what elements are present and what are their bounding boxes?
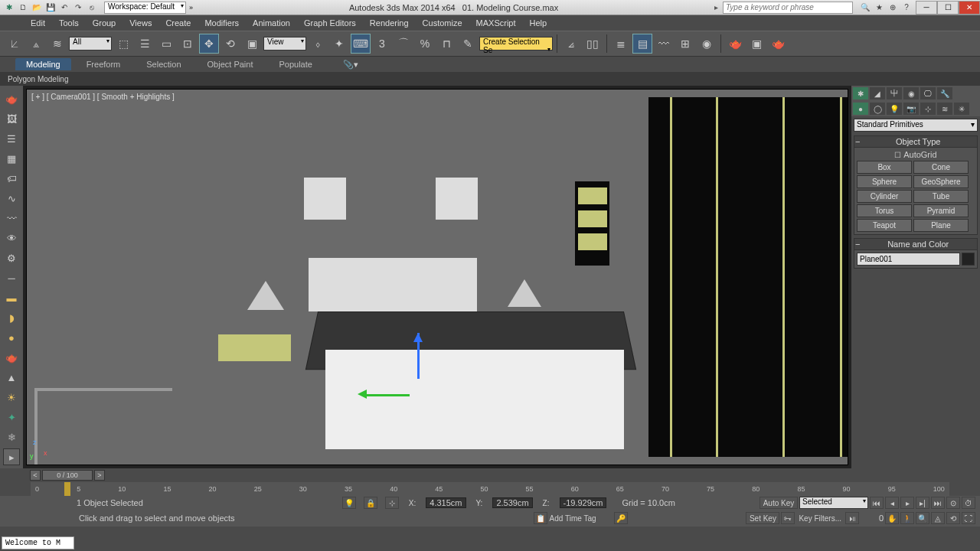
- create-tab-icon[interactable]: ✱: [853, 87, 868, 99]
- menu-maxscript[interactable]: MAXScript: [476, 18, 516, 28]
- next-frame-icon[interactable]: ▸|: [916, 497, 929, 509]
- tab-freeform[interactable]: Freeform: [76, 58, 132, 70]
- sun-tool-icon[interactable]: ☀: [3, 389, 20, 406]
- wave-tool-icon[interactable]: 〰: [3, 210, 20, 227]
- time-config-icon[interactable]: ⏱: [962, 497, 975, 509]
- help-search-input[interactable]: [723, 2, 853, 14]
- key-filters-button[interactable]: Key Filters...: [796, 514, 844, 523]
- autokey-button[interactable]: Auto Key: [760, 497, 798, 509]
- cone-tool-icon[interactable]: ▲: [3, 369, 20, 386]
- menu-grapheditors[interactable]: Graph Editors: [304, 18, 356, 28]
- zoom-icon[interactable]: 🔍: [916, 512, 929, 524]
- primitive-sphere-button[interactable]: Sphere: [857, 175, 912, 188]
- primitive-plane-button[interactable]: Plane: [913, 219, 969, 232]
- eye-tool-icon[interactable]: 👁: [3, 230, 20, 246]
- teapot-tool-icon[interactable]: 🫖: [3, 90, 20, 107]
- key-mode-icon[interactable]: ⊙: [946, 497, 960, 509]
- render-frame-icon[interactable]: ▣: [746, 34, 766, 54]
- layers-icon[interactable]: ≣: [611, 34, 631, 54]
- category-dropdown[interactable]: Standard Primitives: [854, 119, 978, 132]
- exchange-icon[interactable]: ⊕: [887, 2, 899, 14]
- rollout-header[interactable]: −Object Type: [854, 136, 977, 148]
- angle-snap-icon[interactable]: ⌒: [394, 34, 413, 54]
- manip-icon[interactable]: ✦: [329, 34, 349, 54]
- unlink-icon[interactable]: ⟁: [26, 34, 46, 54]
- shapes-icon[interactable]: ◯: [870, 103, 885, 115]
- lock-icon[interactable]: 🔒: [364, 497, 377, 509]
- display-tab-icon[interactable]: 🖵: [920, 87, 936, 99]
- spinner-snap-icon[interactable]: ⊓: [436, 34, 456, 54]
- gears-tool-icon[interactable]: ⚙: [3, 249, 20, 266]
- menu-create[interactable]: Create: [165, 18, 191, 28]
- primitive-pyramid-button[interactable]: Pyramid: [913, 204, 969, 217]
- coord-z-field[interactable]: -19.929cm: [560, 497, 607, 508]
- maximize-vp-icon[interactable]: ⛶: [962, 512, 975, 524]
- tab-selection[interactable]: Selection: [136, 58, 191, 70]
- teapot2-tool-icon[interactable]: 🫖: [3, 349, 20, 366]
- open-icon[interactable]: 📂: [31, 2, 43, 14]
- link-icon[interactable]: ⎋: [86, 2, 98, 14]
- sphere-tool-icon[interactable]: ●: [3, 329, 20, 346]
- material-editor-icon[interactable]: ◉: [697, 34, 717, 54]
- new-icon[interactable]: 🗋: [17, 2, 29, 14]
- menu-animation[interactable]: Animation: [253, 18, 290, 28]
- ref-coord-dropdown[interactable]: View: [263, 37, 306, 51]
- play-icon[interactable]: ▸: [900, 497, 914, 509]
- primitive-box-button[interactable]: Box: [857, 161, 912, 174]
- box-tool-icon[interactable]: ▬: [3, 289, 20, 306]
- menu-customize[interactable]: Customize: [423, 18, 462, 28]
- primitive-cylinder-button[interactable]: Cylinder: [857, 190, 912, 203]
- add-time-tag[interactable]: Add Time Tag: [547, 514, 599, 523]
- menu-modifiers[interactable]: Modifiers: [204, 18, 239, 28]
- primitive-geosphere-button[interactable]: GeoSphere: [913, 175, 969, 188]
- named-selection-dropdown[interactable]: Create Selection Se: [479, 37, 553, 51]
- list-tool-icon[interactable]: ☰: [3, 130, 20, 147]
- coord-x-field[interactable]: 4.315cm: [426, 497, 466, 508]
- grid-tool-icon[interactable]: ▦: [3, 150, 20, 167]
- curve-tool-icon[interactable]: ∿: [3, 190, 20, 207]
- tag-tool-icon[interactable]: 🏷: [3, 170, 20, 187]
- window-cross-icon[interactable]: ⊡: [178, 34, 198, 54]
- primitive-tube-button[interactable]: Tube: [913, 190, 969, 203]
- abs-rel-icon[interactable]: ⊹: [385, 497, 399, 509]
- menu-help[interactable]: Help: [530, 18, 547, 28]
- spacewarps-icon[interactable]: ≋: [937, 103, 952, 115]
- rect-region-icon[interactable]: ▭: [156, 34, 176, 54]
- object-color-swatch[interactable]: [962, 253, 975, 266]
- select-rotate-icon[interactable]: ⟲: [220, 34, 240, 54]
- image-tool-icon[interactable]: 🖼: [3, 110, 20, 127]
- walk-icon[interactable]: 🚶: [900, 512, 914, 524]
- primitive-cone-button[interactable]: Cone: [913, 161, 969, 174]
- fov-icon[interactable]: ◬: [931, 512, 945, 524]
- tab-populate[interactable]: Populate: [268, 58, 322, 70]
- timeline[interactable]: 0510 152025 303540 455055 606570 758085 …: [31, 482, 949, 496]
- select-name-icon[interactable]: ☰: [135, 34, 155, 54]
- menu-views[interactable]: Views: [129, 18, 152, 28]
- render-prod-icon[interactable]: 🫖: [768, 34, 788, 54]
- snow-tool-icon[interactable]: ❄: [3, 429, 20, 445]
- redo-icon[interactable]: ↷: [72, 2, 84, 14]
- bind-icon[interactable]: ≋: [47, 34, 67, 54]
- helpers-icon[interactable]: ⊹: [920, 103, 936, 115]
- align-icon[interactable]: ▯▯: [583, 34, 603, 54]
- curve-editor-icon[interactable]: 〰: [654, 34, 674, 54]
- help-icon[interactable]: ?: [900, 2, 913, 14]
- selection-filter-dropdown[interactable]: All: [69, 37, 112, 51]
- workspace-selector[interactable]: Workspace: Default: [104, 2, 186, 14]
- viewport-camera001[interactable]: [ + ] [ Camera001 ] [ Smooth + Highlight…: [26, 89, 848, 465]
- expand-tool-icon[interactable]: ▸: [3, 448, 20, 465]
- ribbon-panel-polygon-modeling[interactable]: Polygon Modeling: [0, 72, 980, 86]
- select-object-icon[interactable]: ⬚: [113, 34, 133, 54]
- motion-tab-icon[interactable]: ◉: [903, 87, 919, 99]
- track-bar[interactable]: < 0 / 100 >: [0, 468, 980, 482]
- select-move-icon[interactable]: ✥: [199, 34, 219, 54]
- primitive-teapot-button[interactable]: Teapot: [857, 219, 912, 232]
- geometry-icon[interactable]: ●: [853, 103, 868, 115]
- select-link-icon[interactable]: ⟀: [5, 34, 24, 54]
- modify-tab-icon[interactable]: ◢: [870, 87, 885, 99]
- pan-icon[interactable]: ✋: [885, 512, 899, 524]
- menu-group[interactable]: Group: [93, 18, 116, 28]
- binoculars-icon[interactable]: 🔍: [859, 2, 871, 14]
- systems-icon[interactable]: ✳: [954, 103, 969, 115]
- utilities-tab-icon[interactable]: 🔧: [937, 87, 952, 99]
